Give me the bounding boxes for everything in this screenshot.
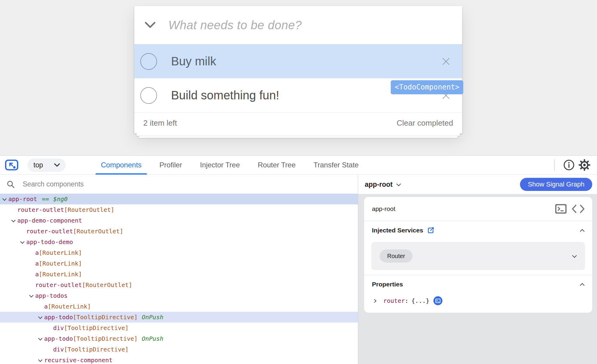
component-tag: router-outlet [26,228,73,235]
directive-tag: [TooltipDirective] [64,346,129,353]
card-title-row: app-root [364,197,592,221]
devtools-main: app-root==$ng0 router-outlet[RouterOutle… [0,175,597,364]
component-tag: app-root [8,195,37,203]
chevron-icon [47,326,51,330]
chevron-icon [29,261,33,266]
console-ref: $ng0 [53,195,67,203]
todo-toggle-circle[interactable] [140,53,157,70]
tree-row[interactable]: app-todos [0,290,358,301]
tab-injector-tree[interactable]: Injector Tree [195,156,245,175]
frame-selector-dropdown[interactable]: top [27,158,66,172]
new-todo-input[interactable] [168,15,462,36]
log-to-console-icon[interactable] [433,296,443,306]
tree-row-app-root[interactable]: app-root==$ng0 [0,194,358,204]
component-tag: div [53,346,64,353]
view-source-code-icon[interactable] [572,205,584,213]
toolbar-divider [554,159,555,171]
tab-profiler[interactable]: Profiler [154,156,187,175]
card-component-title: app-root [372,205,395,212]
show-signal-graph-button[interactable]: Show Signal Graph [520,178,592,191]
directive-tag: [TooltipDirective] [64,324,129,331]
chevron-down-icon[interactable] [2,197,7,201]
chevron-icon [47,347,51,351]
console-ref-eq: == [42,195,49,203]
search-icon [7,180,15,189]
inspect-element-icon[interactable] [2,157,21,173]
property-separator: : [405,297,408,304]
angular-devtools-panel: top Components Profiler Injector Tree Ro… [0,155,597,364]
component-details-panel: app-root Show Signal Graph app-root [358,175,597,364]
directive-tag: [RouterLink] [39,249,82,256]
details-card: app-root [364,197,592,313]
property-value: {...} [411,297,429,304]
component-tag: app-demo-component [17,217,82,224]
chevron-down-icon[interactable] [38,358,42,362]
tree-row-app-todo-selected[interactable]: app-todo[TooltipDirective]OnPush [0,312,358,323]
directive-tag: [RouterLink] [39,260,82,267]
toggle-all-chevron-icon[interactable] [134,21,160,29]
chevron-down-icon[interactable] [38,337,42,341]
tree-row[interactable]: a[RouterLink] [0,269,358,280]
tree-row[interactable]: a[RouterLink] [0,247,358,258]
tree-row[interactable]: recursive-component [0,355,358,364]
injected-services-title: Injected Services [372,227,423,234]
todo-toggle-circle[interactable] [140,87,157,104]
stacked-sheet [136,133,460,136]
component-tag: a [35,260,39,267]
close-icon[interactable] [441,57,451,66]
directive-tag: [RouterOutlet] [64,206,115,213]
open-in-new-icon[interactable] [427,226,435,234]
chevron-down-icon [54,163,60,167]
collapse-chevron-icon[interactable] [580,228,584,233]
tree-row[interactable]: a[RouterLink] [0,258,358,269]
tree-row[interactable]: router-outlet[RouterOutlet] [0,280,358,290]
tab-router-tree[interactable]: Router Tree [253,156,301,175]
items-left-count: 2 item left [143,118,177,128]
todo-item-label: Buy milk [171,55,216,68]
chevron-down-icon[interactable] [29,294,33,298]
property-row: router: {...} [364,294,592,310]
properties-title: Properties [372,281,403,288]
chevron-icon [20,229,24,233]
tree-row[interactable]: app-todo[TooltipDirective]OnPush [0,333,358,344]
chevron-icon [29,272,33,276]
chevron-down-icon[interactable] [20,240,24,244]
chevron-down-icon[interactable] [38,315,42,319]
component-tooltip-badge: <TodoComponent> [391,80,463,94]
component-tag: app-todo [44,335,73,342]
clear-completed-button[interactable]: Clear completed [397,118,453,128]
chevron-icon [29,283,33,287]
tree-row[interactable]: div[TooltipDirective] [0,344,358,355]
tree-row[interactable]: a[RouterLink] [0,301,358,312]
info-icon[interactable] [561,157,577,173]
component-tree: app-root==$ng0 router-outlet[RouterOutle… [0,194,358,364]
component-tag: router-outlet [35,281,82,289]
tree-row[interactable]: router-outlet[RouterOutlet] [0,226,358,237]
todo-item[interactable]: Buy milk [134,44,462,78]
tree-row[interactable]: app-demo-component [0,215,358,226]
component-tag: recursive-component [44,357,113,364]
directive-tag: [RouterOutlet] [73,228,124,235]
selected-component-name: app-root [365,181,393,189]
expand-property-chevron-icon[interactable] [373,298,377,303]
expand-chevron-icon[interactable] [572,254,577,258]
tree-row[interactable]: div[TooltipDirective] [0,323,358,333]
search-components-input[interactable] [23,180,291,188]
chevron-down-icon[interactable] [396,182,401,187]
component-tag: a [35,271,39,278]
gear-icon[interactable] [577,157,592,173]
details-body: app-root [358,194,597,364]
component-tree-panel: app-root==$ng0 router-outlet[RouterOutle… [0,175,358,364]
todo-header [134,6,462,44]
tree-row[interactable]: router-outlet[RouterOutlet] [0,204,358,215]
collapse-chevron-icon[interactable] [580,282,584,287]
tree-row[interactable]: app-todo-demo [0,237,358,247]
console-terminal-icon[interactable] [555,204,567,214]
service-chip-router[interactable]: Router [380,249,413,263]
tab-transfer-state[interactable]: Transfer State [308,156,364,175]
search-row [0,175,358,194]
chevron-down-icon[interactable] [11,218,16,223]
todo-item-label: Build something fun! [171,89,279,102]
tab-components[interactable]: Components [96,156,147,175]
details-header: app-root Show Signal Graph [358,175,597,194]
